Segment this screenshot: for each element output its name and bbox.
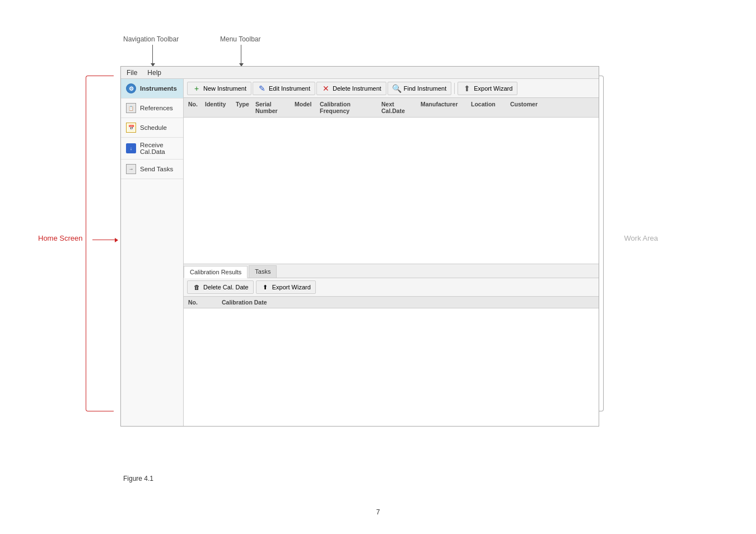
export-wizard-bottom-label: Export Wizard <box>272 284 311 291</box>
work-area-panel: + New Instrument ✎ Edit Instrument ✕ Del… <box>184 79 599 426</box>
bottom-tabs: Calibration Results Tasks <box>184 264 599 278</box>
tab-calibration-results[interactable]: Calibration Results <box>184 266 248 278</box>
bottom-toolbar: 🗑 Delete Cal. Date ⬆ Export Wizard <box>184 278 599 297</box>
delete-cal-date-label: Delete Cal. Date <box>203 284 249 291</box>
sidebar-item-references[interactable]: 📋 References <box>121 99 183 118</box>
new-instrument-button[interactable]: + New Instrument <box>187 82 251 95</box>
delete-instrument-button[interactable]: ✕ Delete Instrument <box>316 82 386 95</box>
menu-file[interactable]: File <box>124 69 139 77</box>
th-calibration-frequency: Calibration Frequency <box>318 100 379 115</box>
th-customer: Customer <box>508 100 596 115</box>
delete-cal-date-button[interactable]: 🗑 Delete Cal. Date <box>187 280 254 294</box>
toolbar-separator <box>454 83 455 94</box>
page-number: 7 <box>376 508 380 516</box>
work-area-label: Work Area <box>624 234 658 242</box>
th-location: Location <box>469 100 508 115</box>
find-instrument-button[interactable]: 🔍 Find Instrument <box>388 82 451 95</box>
sidebar-item-send-tasks-label: Send Tasks <box>140 166 173 172</box>
export-wizard-label: Export Wizard <box>474 85 512 92</box>
export-wizard-bottom-icon: ⬆ <box>261 283 270 292</box>
bottom-th-no: No. <box>186 298 220 307</box>
sidebar-item-schedule[interactable]: 📅 Schedule <box>121 118 183 138</box>
app-window: File Help ⚙ Instruments 📋 References 📅 <box>120 66 599 427</box>
schedule-icon: 📅 <box>125 122 137 133</box>
new-instrument-label: New Instrument <box>203 85 246 92</box>
new-instrument-icon: + <box>192 84 201 93</box>
sidebar-item-receive-cal-data[interactable]: ↓ Receive Cal.Data <box>121 138 183 160</box>
receive-cal-data-icon: ↓ <box>125 143 137 154</box>
figure-caption: Figure 4.1 <box>123 475 153 483</box>
sidebar-item-receive-cal-data-label: Receive Cal.Data <box>140 142 179 155</box>
edit-instrument-button[interactable]: ✎ Edit Instrument <box>253 82 315 95</box>
send-tasks-icon: → <box>125 163 137 175</box>
delete-cal-date-icon: 🗑 <box>192 283 201 292</box>
menu-toolbar-label: Menu Toolbar <box>220 35 261 43</box>
bottom-panel: Calibration Results Tasks 🗑 Delete Cal. … <box>184 264 599 426</box>
home-screen-label: Home Screen <box>38 234 82 242</box>
find-instrument-label: Find Instrument <box>404 85 446 92</box>
export-wizard-button[interactable]: ⬆ Export Wizard <box>458 82 517 95</box>
instrument-toolbar: + New Instrument ✎ Edit Instrument ✕ Del… <box>184 79 599 98</box>
th-next-cal-date: Next Cal.Date <box>379 100 418 115</box>
menu-help[interactable]: Help <box>145 69 164 77</box>
instruments-icon: ⚙ <box>125 83 137 94</box>
export-wizard-icon: ⬆ <box>463 84 472 93</box>
edit-instrument-label: Edit Instrument <box>269 85 310 92</box>
references-icon: 📋 <box>125 102 137 114</box>
delete-instrument-label: Delete Instrument <box>333 85 381 92</box>
sidebar-item-references-label: References <box>140 105 173 111</box>
th-model: Model <box>292 100 318 115</box>
sidebar-item-send-tasks[interactable]: → Send Tasks <box>121 160 183 179</box>
bottom-table-header: No. Calibration Date <box>184 297 599 308</box>
instrument-table-body <box>184 118 599 264</box>
th-manufacturer: Manufacturer <box>418 100 469 115</box>
delete-instrument-icon: ✕ <box>321 84 330 93</box>
th-type: Type <box>234 100 253 115</box>
th-identity: Identity <box>203 100 234 115</box>
sidebar-item-schedule-label: Schedule <box>140 124 167 131</box>
sidebar-item-instruments-label: Instruments <box>140 85 177 92</box>
nav-toolbar-label: Navigation Toolbar <box>123 35 179 43</box>
sidebar: ⚙ Instruments 📋 References 📅 Schedule ↓ <box>121 79 184 426</box>
bottom-table-body <box>184 308 599 426</box>
sidebar-item-instruments[interactable]: ⚙ Instruments <box>121 79 183 99</box>
home-screen-brace <box>86 76 114 411</box>
export-wizard-bottom-button[interactable]: ⬆ Export Wizard <box>256 280 316 294</box>
nav-toolbar-arrow <box>152 45 153 66</box>
th-serial-number: Serial Number <box>253 100 292 115</box>
edit-instrument-icon: ✎ <box>258 84 267 93</box>
bottom-th-cal-date: Calibration Date <box>220 298 596 307</box>
instrument-table-header: No. Identity Type Serial Number Model Ca… <box>184 98 599 118</box>
content-area: ⚙ Instruments 📋 References 📅 Schedule ↓ <box>121 79 599 426</box>
menu-toolbar-arrow <box>241 45 241 66</box>
find-instrument-icon: 🔍 <box>393 84 402 93</box>
home-screen-arrow <box>92 240 118 240</box>
th-no: No. <box>186 100 203 115</box>
tab-tasks[interactable]: Tasks <box>249 265 277 278</box>
menu-bar: File Help <box>121 67 599 79</box>
